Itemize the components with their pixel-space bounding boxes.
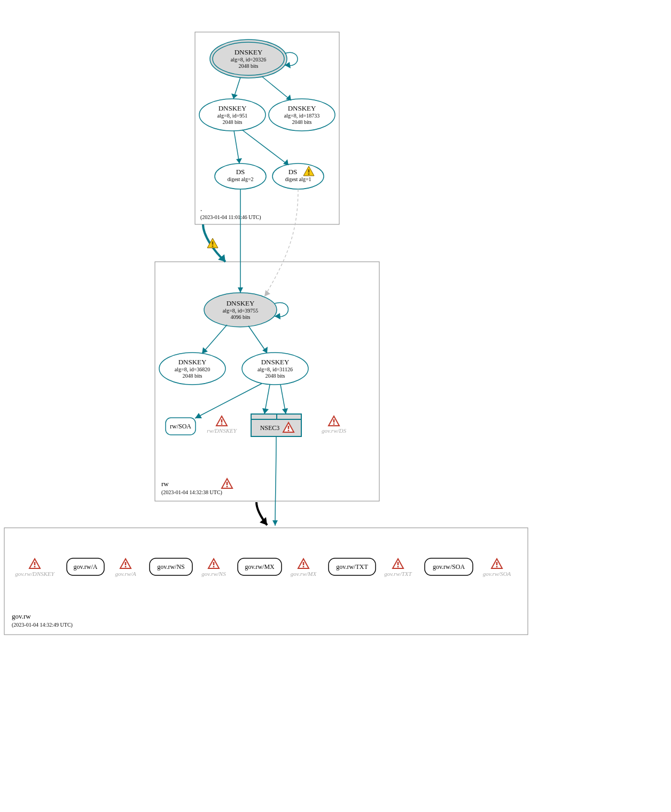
root-zsk1-node: DNSKEY alg=8, id=951 2048 bits — [199, 99, 266, 131]
govrw-a-node: gov.rw/A — [67, 558, 104, 575]
svg-text:gov.rw/SOA: gov.rw/SOA — [433, 563, 465, 571]
error-icon — [29, 559, 40, 568]
rw-zskb-node: DNSKEY alg=8, id=31126 2048 bits — [242, 353, 308, 385]
govrw-ghost-mx: gov.rw/MX — [291, 559, 317, 577]
svg-text:2048 bits: 2048 bits — [239, 63, 259, 69]
govrw-ghost-soa: gov.rw/SOA — [483, 559, 511, 577]
svg-text:2048 bits: 2048 bits — [292, 119, 312, 125]
error-icon — [329, 416, 339, 426]
svg-text:digest alg=1: digest alg=1 — [285, 176, 311, 182]
error-icon — [222, 479, 232, 488]
zone-govrw-timestamp: (2023-01-04 14:32:49 UTC) — [12, 622, 73, 628]
svg-marker-30 — [283, 159, 288, 165]
rw-ghost-govrw-ds: gov.rw/DS — [322, 416, 346, 434]
svg-text:alg=8, id=20326: alg=8, id=20326 — [231, 57, 266, 63]
svg-text:gov.rw/DS: gov.rw/DS — [322, 427, 346, 434]
svg-text:DNSKEY: DNSKEY — [227, 299, 255, 307]
svg-text:gov.rw/TXT: gov.rw/TXT — [384, 571, 412, 577]
svg-text:alg=8, id=31126: alg=8, id=31126 — [258, 366, 293, 372]
svg-marker-21 — [231, 93, 238, 99]
zone-rw-timestamp: (2023-01-04 14:32:38 UTC) — [161, 489, 222, 496]
govrw-txt-node: gov.rw/TXT — [329, 558, 376, 575]
root-zsk2-node: DNSKEY alg=8, id=18733 2048 bits — [269, 99, 335, 131]
root-ds1-node: DS digest alg=2 — [215, 163, 266, 189]
svg-text:DNSKEY: DNSKEY — [219, 104, 247, 112]
svg-text:alg=8, id=951: alg=8, id=951 — [217, 113, 247, 119]
dnssec-diagram: . (2023-01-04 11:01:46 UTC) DNSKEY alg=8… — [0, 0, 671, 812]
svg-text:2048 bits: 2048 bits — [266, 373, 285, 379]
govrw-soa-node: gov.rw/SOA — [425, 558, 473, 575]
svg-text:digest alg=2: digest alg=2 — [227, 176, 253, 182]
error-icon — [298, 559, 309, 568]
zone-root-timestamp: (2023-01-04 11:01:46 UTC) — [200, 214, 261, 221]
root-ksk-node: DNSKEY alg=8, id=20326 2048 bits — [210, 40, 287, 78]
zone-govrw-label: gov.rw — [12, 612, 31, 620]
svg-marker-22 — [286, 95, 291, 100]
error-icon — [120, 559, 131, 568]
svg-marker-56 — [262, 408, 269, 414]
govrw-ns-node: gov.rw/NS — [150, 558, 192, 575]
rw-ghost-dnskey: rw/DNSKEY — [207, 416, 238, 434]
svg-marker-59 — [238, 287, 243, 293]
svg-marker-29 — [236, 158, 242, 163]
zone-govrw: gov.rw (2023-01-04 14:32:49 UTC) gov.rw/… — [4, 528, 528, 635]
svg-text:DS: DS — [288, 168, 298, 176]
svg-text:alg=8, id=36820: alg=8, id=36820 — [175, 366, 210, 372]
svg-text:2048 bits: 2048 bits — [223, 119, 243, 125]
govrw-mx-node: gov.rw/MX — [238, 558, 282, 575]
svg-text:gov.rw/NS: gov.rw/NS — [157, 563, 185, 571]
rw-ksk-node: DNSKEY alg=8, id=39755 4096 bits — [204, 293, 277, 327]
svg-text:gov.rw/DNSKEY: gov.rw/DNSKEY — [15, 571, 55, 577]
svg-text:gov.rw/NS: gov.rw/NS — [201, 571, 226, 577]
svg-text:gov.rw/A: gov.rw/A — [74, 563, 98, 571]
rw-zska-node: DNSKEY alg=8, id=36820 2048 bits — [159, 353, 225, 385]
govrw-ghost-a: gov.rw/A — [115, 559, 136, 577]
svg-marker-57 — [282, 408, 288, 414]
zone-rw-label: rw — [161, 480, 169, 488]
svg-text:DNSKEY: DNSKEY — [288, 104, 316, 112]
error-icon — [216, 416, 227, 426]
svg-text:DNSKEY: DNSKEY — [178, 358, 207, 366]
svg-marker-79 — [272, 520, 278, 526]
svg-text:DNSKEY: DNSKEY — [261, 358, 290, 366]
svg-text:alg=8, id=18733: alg=8, id=18733 — [284, 113, 319, 119]
rw-nsec3-node: NSEC3 — [251, 414, 301, 436]
zone-rw: rw (2023-01-04 14:32:38 UTC) DNSKEY alg=… — [155, 262, 379, 501]
svg-text:NSEC3: NSEC3 — [260, 424, 280, 432]
svg-text:rw/DNSKEY: rw/DNSKEY — [207, 427, 238, 434]
zone-root-label: . — [200, 205, 202, 213]
svg-text:2048 bits: 2048 bits — [183, 373, 202, 379]
svg-text:gov.rw/SOA: gov.rw/SOA — [483, 571, 511, 577]
svg-rect-61 — [4, 528, 528, 635]
error-icon — [491, 559, 502, 568]
svg-text:gov.rw/MX: gov.rw/MX — [245, 563, 275, 571]
error-icon — [208, 559, 219, 568]
svg-text:DNSKEY: DNSKEY — [235, 48, 263, 56]
root-ds2-node: DS digest alg=1 — [272, 163, 324, 189]
svg-text:rw/SOA: rw/SOA — [170, 423, 191, 430]
govrw-ghost-dnskey: gov.rw/DNSKEY — [15, 559, 55, 577]
svg-text:alg=8, id=39755: alg=8, id=39755 — [223, 308, 258, 314]
svg-text:gov.rw/TXT: gov.rw/TXT — [336, 563, 368, 571]
error-icon — [393, 559, 403, 568]
svg-text:4096 bits: 4096 bits — [231, 314, 251, 320]
svg-text:gov.rw/MX: gov.rw/MX — [291, 571, 317, 577]
svg-text:DS: DS — [236, 168, 245, 176]
svg-text:gov.rw/A: gov.rw/A — [115, 571, 136, 577]
govrw-ghost-txt: gov.rw/TXT — [384, 559, 412, 577]
govrw-ghost-ns: gov.rw/NS — [201, 559, 226, 577]
rw-soa-node: rw/SOA — [166, 418, 196, 435]
zone-root: . (2023-01-04 11:01:46 UTC) DNSKEY alg=8… — [195, 32, 339, 224]
